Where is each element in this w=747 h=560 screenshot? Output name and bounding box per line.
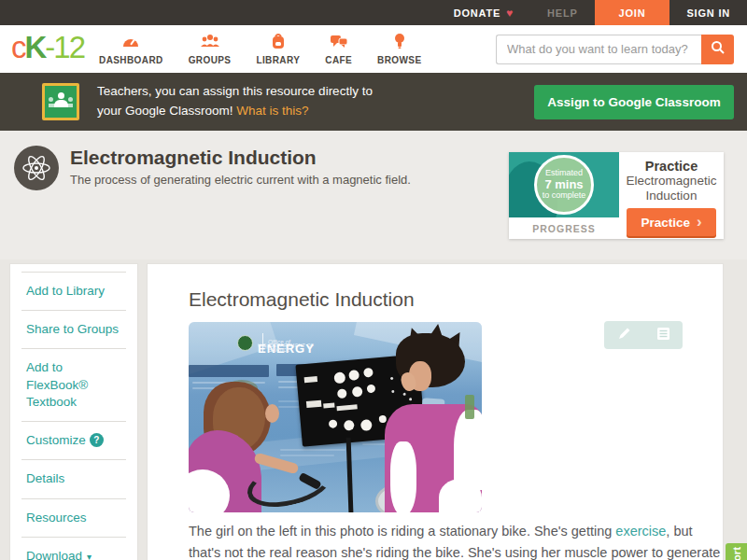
lesson-photo: U.S. DEPARTMENT OF ENERGY Office of Scie… xyxy=(189,322,482,512)
nav-item-dashboard[interactable]: DASHBOARD xyxy=(99,33,163,65)
practice-title: Practice xyxy=(645,159,698,174)
sidebar-item-add-to-library[interactable]: Add to Library xyxy=(21,272,126,311)
nav-label: DASHBOARD xyxy=(99,55,163,65)
practice-button-label: Practice xyxy=(641,216,690,230)
library-icon xyxy=(270,33,287,53)
cafe-icon xyxy=(330,33,348,53)
search-icon xyxy=(711,40,726,58)
estimate-line2: 7 mins xyxy=(544,178,583,191)
lesson-heading: Electromagnetic Induction xyxy=(189,288,415,311)
search-button[interactable] xyxy=(701,35,734,64)
caret-down-icon: ▾ xyxy=(87,552,92,560)
logo-k: K xyxy=(25,30,46,64)
edit-toolbar xyxy=(604,321,683,349)
nav-items: DASHBOARD GROUPS LIBRARY CAFE BROWSE xyxy=(99,33,421,65)
progress-label: PROGRESS xyxy=(509,217,619,239)
groups-icon xyxy=(200,33,220,53)
what-is-this-link[interactable]: What is this? xyxy=(236,104,308,118)
nav-label: BROWSE xyxy=(377,55,421,65)
sidebar-item-customize[interactable]: Customize? xyxy=(21,422,126,460)
customize-label: Customize xyxy=(26,433,86,447)
nav-item-cafe[interactable]: CAFE xyxy=(325,33,352,65)
download-label: Download xyxy=(26,549,82,560)
practice-button[interactable]: Practice › xyxy=(627,208,716,236)
search-input[interactable] xyxy=(496,35,701,64)
concept-header: Electromagnetic Induction The process of… xyxy=(0,131,747,259)
exercise-link[interactable]: exercise xyxy=(615,524,666,539)
nav-label: CAFE xyxy=(325,55,352,65)
pencil-icon xyxy=(617,327,631,344)
atom-icon xyxy=(14,146,59,190)
document-icon xyxy=(656,327,670,344)
practice-action-panel: Practice Electromagnetic Induction Pract… xyxy=(619,152,724,239)
help-icon[interactable]: ? xyxy=(90,433,104,447)
notes-button[interactable] xyxy=(643,321,683,349)
nav-label: GROUPS xyxy=(189,55,232,65)
lesson-card: Electromagnetic Induction U.S. DEPARTMEN… xyxy=(147,263,724,560)
chevron-right-icon: › xyxy=(697,214,702,230)
doe-office-line2: Science xyxy=(268,346,289,354)
donate-button[interactable]: DONATE ♥ xyxy=(437,0,530,25)
google-classroom-icon[interactable] xyxy=(42,83,79,120)
edit-button[interactable] xyxy=(604,321,643,349)
page-title: Electromagnetic Induction xyxy=(70,147,317,169)
banner-message: Teachers, you can assign this resource d… xyxy=(97,82,373,121)
sign-in-button[interactable]: SIGN IN xyxy=(669,0,747,25)
assign-to-classroom-button[interactable]: Assign to Google Classroom xyxy=(534,85,734,119)
doe-seal-icon xyxy=(237,335,253,351)
top-bar: DONATE ♥ HELP JOIN SIGN IN xyxy=(0,0,747,25)
sidebar-item-download[interactable]: Download▾ xyxy=(21,538,126,560)
practice-progress-panel: Estimated 7 mins to complete PROGRESS xyxy=(509,152,619,239)
search-bar xyxy=(496,35,734,64)
join-button[interactable]: JOIN xyxy=(595,0,670,25)
practice-widget: Estimated 7 mins to complete PROGRESS Pr… xyxy=(509,152,724,239)
nav-item-library[interactable]: LIBRARY xyxy=(256,33,300,65)
estimate-line3: to complete xyxy=(543,191,586,201)
sidebar-item-resources[interactable]: Resources xyxy=(21,499,126,538)
actions-sidebar: Add to Library Share to Groups Add to Fl… xyxy=(9,263,138,560)
help-button[interactable]: HELP xyxy=(530,0,595,25)
practice-subject-line2: Induction xyxy=(646,189,698,203)
practice-subject-line1: Electromagnetic xyxy=(627,174,717,188)
logo-num: -12 xyxy=(45,30,84,64)
logo-c: c xyxy=(11,30,25,64)
sidebar-item-add-to-flexbook[interactable]: Add to FlexBook® Textbook xyxy=(21,349,126,422)
doe-office-line1: Office of xyxy=(268,339,290,346)
lesson-paragraph: The girl on the left in this photo is ri… xyxy=(189,521,726,560)
paragraph-text: The girl on the left in this photo is ri… xyxy=(189,524,615,539)
classroom-banner: Teachers, you can assign this resource d… xyxy=(0,73,747,131)
page-subtitle: The process of generating electric curre… xyxy=(70,173,411,187)
heart-icon: ♥ xyxy=(506,7,514,20)
banner-line1: Teachers, you can assign this resource d… xyxy=(97,84,373,98)
main-nav: cK-12 DASHBOARD GROUPS LIBRARY CAFE BROW… xyxy=(0,25,747,73)
nav-item-groups[interactable]: GROUPS xyxy=(189,33,232,65)
support-tab[interactable]: Support xyxy=(726,543,747,560)
sidebar-item-share-to-groups[interactable]: Share to Groups xyxy=(21,311,126,349)
doe-logo: U.S. DEPARTMENT OF ENERGY Office of Scie… xyxy=(237,329,396,356)
banner-line2: your Google Classroom! xyxy=(97,104,236,118)
nav-label: LIBRARY xyxy=(256,55,300,65)
estimate-badge: Estimated 7 mins to complete xyxy=(534,155,594,215)
support-label: Support xyxy=(731,547,742,560)
donate-label: DONATE xyxy=(454,7,500,19)
ck12-logo[interactable]: cK-12 xyxy=(11,32,84,63)
dashboard-icon xyxy=(121,33,140,53)
sidebar-item-details[interactable]: Details xyxy=(21,460,126,498)
practice-subject: Electromagnetic Induction xyxy=(627,174,717,203)
browse-icon xyxy=(393,33,406,53)
nav-item-browse[interactable]: BROWSE xyxy=(377,33,421,65)
practice-estimate-image: Estimated 7 mins to complete xyxy=(509,152,619,217)
content-area: Add to Library Share to Groups Add to Fl… xyxy=(0,263,747,560)
